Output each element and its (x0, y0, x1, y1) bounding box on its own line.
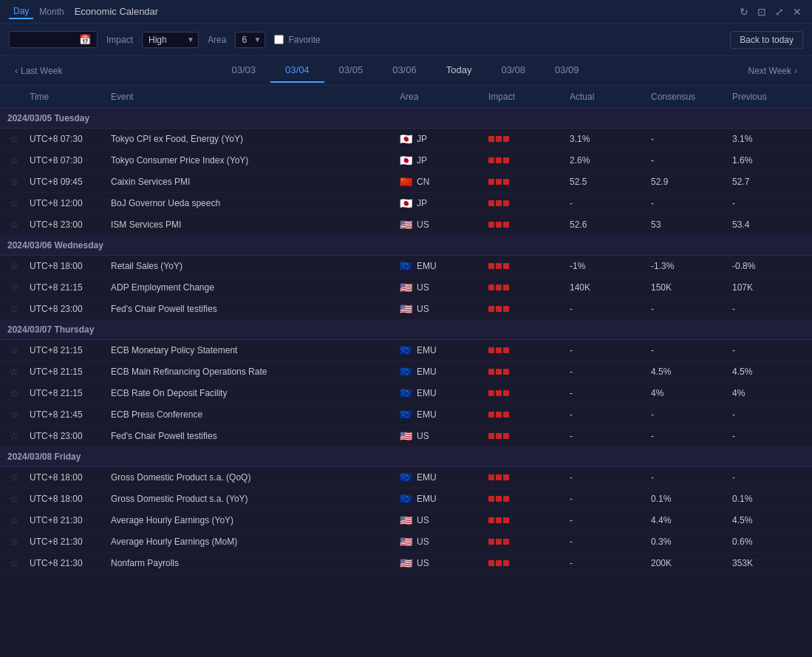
table-row[interactable]: ☆UTC+8 21:30Average Hourly Earnings (MoM… (0, 531, 812, 553)
table-row[interactable]: ☆UTC+8 07:30Tokyo Consumer Price Index (… (0, 150, 812, 171)
table-row[interactable]: ☆UTC+8 18:00Retail Sales (YoY)🇪🇺 EMU-1%-… (0, 256, 812, 277)
event-area: 🇪🇺 EMU (395, 383, 484, 404)
favorite-checkbox-label[interactable]: Favorite (274, 35, 320, 45)
table-row[interactable]: ☆UTC+8 21:15ECB Rate On Deposit Facility… (0, 383, 812, 404)
event-impact (484, 174, 565, 189)
back-to-today-button[interactable]: Back to today (730, 31, 803, 49)
event-impact (484, 556, 565, 571)
table-row[interactable]: ☆UTC+8 21:30Nonfarm Payrolls🇺🇸 US-200K35… (0, 553, 812, 574)
month-view-button[interactable]: Month (35, 4, 68, 19)
table-row[interactable]: ☆UTC+8 23:00Fed's Chair Powell testifies… (0, 426, 812, 447)
table-row[interactable]: ☆UTC+8 18:00Gross Domestic Product s.a. … (0, 467, 812, 489)
impact-bar (496, 474, 502, 480)
table-row[interactable]: ☆UTC+8 21:15ECB Monetary Policy Statemen… (0, 340, 812, 361)
star-icon[interactable]: ☆ (3, 129, 25, 149)
star-icon[interactable]: ☆ (3, 193, 25, 214)
table-row[interactable]: ☆UTC+8 12:00BoJ Governor Ueda speech🇯🇵 J… (0, 193, 812, 214)
area-select-wrap[interactable]: 6 1 2 3 4 5 ▼ (235, 32, 265, 48)
area-select[interactable]: 6 1 2 3 4 5 (235, 32, 265, 48)
star-icon[interactable]: ☆ (3, 383, 25, 404)
event-time: UTC+8 21:15 (25, 362, 106, 381)
table-row[interactable]: ☆UTC+8 23:00Fed's Chair Powell testifies… (0, 299, 812, 320)
star-icon[interactable]: ☆ (3, 171, 25, 192)
star-icon[interactable]: ☆ (3, 256, 25, 276)
flag-icon: 🇪🇺 (400, 344, 412, 356)
date-picker-wrap[interactable]: 2024-03-04 📅 (9, 31, 98, 48)
impact-bar (488, 222, 494, 228)
event-consensus: - (646, 341, 728, 360)
impact-bar (496, 179, 502, 185)
event-area: 🇪🇺 EMU (395, 340, 484, 361)
star-icon[interactable]: ☆ (3, 404, 25, 425)
event-time: UTC+8 12:00 (25, 194, 106, 213)
event-area: 🇪🇺 EMU (395, 467, 484, 488)
impact-bar (488, 157, 494, 163)
nav-date-0[interactable]: 03/03 (217, 58, 271, 83)
area-code: EMU (417, 261, 437, 271)
next-week-button[interactable]: Next Week › (743, 63, 803, 79)
impact-bar (496, 157, 502, 163)
event-actual: - (565, 194, 646, 213)
star-icon[interactable]: ☆ (3, 277, 25, 298)
event-time: UTC+8 18:00 (25, 489, 106, 508)
star-icon[interactable]: ☆ (3, 489, 25, 509)
table-row[interactable]: ☆UTC+8 09:45Caixin Services PMI🇨🇳 CN52.5… (0, 171, 812, 193)
close-icon[interactable]: ✕ (791, 6, 803, 18)
nav-date-today[interactable]: Today (431, 58, 487, 83)
event-area: 🇪🇺 EMU (395, 404, 484, 425)
table-row[interactable]: ☆UTC+8 21:45ECB Press Conference🇪🇺 EMU--… (0, 404, 812, 426)
favorite-checkbox[interactable] (274, 35, 284, 44)
star-icon[interactable]: ☆ (3, 426, 25, 446)
star-icon[interactable]: ☆ (3, 510, 25, 531)
nav-date-5[interactable]: 03/08 (486, 58, 540, 83)
event-impact (484, 407, 565, 422)
star-icon[interactable]: ☆ (3, 150, 25, 171)
event-actual: -1% (565, 256, 646, 276)
table-row[interactable]: ☆UTC+8 21:15ADP Employment Change🇺🇸 US14… (0, 277, 812, 299)
nav-date-1[interactable]: 03/04 (270, 58, 324, 83)
table-row[interactable]: ☆UTC+8 21:15ECB Main Refinancing Operati… (0, 361, 812, 383)
section-header-3: 2024/03/08 Friday (0, 447, 812, 467)
nav-date-6[interactable]: 03/09 (540, 58, 594, 83)
prev-week-button[interactable]: ‹ Last Week (9, 63, 68, 79)
nav-date-2[interactable]: 03/05 (324, 58, 378, 83)
table-row[interactable]: ☆UTC+8 21:30Average Hourly Earnings (YoY… (0, 510, 812, 531)
event-time: UTC+8 21:15 (25, 384, 106, 403)
impact-select[interactable]: High Medium Low (142, 32, 199, 48)
event-previous: 0.1% (728, 489, 809, 508)
impact-bar (503, 179, 509, 185)
title-actions: ↻ ⊡ ⤢ ✕ (738, 6, 803, 18)
table-row[interactable]: ☆UTC+8 23:00ISM Services PMI🇺🇸 US52.6535… (0, 214, 812, 236)
event-area: 🇺🇸 US (395, 214, 484, 235)
day-view-button[interactable]: Day (9, 4, 33, 19)
star-icon[interactable]: ☆ (3, 361, 25, 382)
impact-bar (496, 560, 502, 566)
window-icon[interactable]: ⊡ (756, 6, 768, 18)
event-actual: - (565, 511, 646, 530)
table-row[interactable]: ☆UTC+8 18:00Gross Domestic Product s.a. … (0, 489, 812, 510)
impact-bar (503, 433, 509, 439)
refresh-icon[interactable]: ↻ (738, 6, 750, 18)
star-icon[interactable]: ☆ (3, 214, 25, 235)
table-row[interactable]: ☆UTC+8 07:30Tokyo CPI ex Food, Energy (Y… (0, 129, 812, 150)
event-previous: 107K (728, 278, 809, 297)
star-icon[interactable]: ☆ (3, 531, 25, 552)
star-icon[interactable]: ☆ (3, 467, 25, 488)
date-input[interactable]: 2024-03-04 (16, 35, 75, 45)
nav-date-3[interactable]: 03/06 (378, 58, 431, 83)
event-actual: - (565, 468, 646, 487)
event-name: Gross Domestic Product s.a. (YoY) (106, 489, 395, 508)
star-icon[interactable]: ☆ (3, 340, 25, 361)
event-impact (484, 343, 565, 358)
chevron-left-icon: ‹ (15, 66, 18, 76)
star-icon[interactable]: ☆ (3, 553, 25, 573)
event-previous: 3.1% (728, 129, 809, 149)
expand-icon[interactable]: ⤢ (774, 6, 785, 18)
favorite-label: Favorite (288, 35, 320, 45)
calendar-icon[interactable]: 📅 (79, 34, 91, 45)
impact-select-wrap[interactable]: High Medium Low ▼ (142, 32, 199, 48)
event-area: 🇯🇵 JP (395, 193, 484, 214)
star-icon[interactable]: ☆ (3, 299, 25, 319)
impact-bar (503, 136, 509, 142)
impact-bar (488, 136, 494, 142)
